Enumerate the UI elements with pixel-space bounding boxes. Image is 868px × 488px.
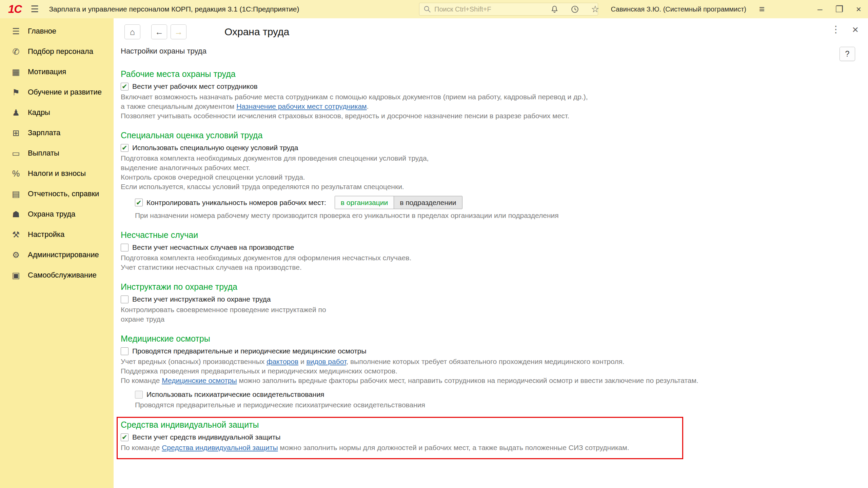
description-text: Учет вредных (опасных) производственных … <box>121 357 854 366</box>
service-menu-icon[interactable]: ≡ <box>757 4 767 14</box>
id-card-icon: ▣ <box>10 270 22 280</box>
workplace-assignment-link[interactable]: Назначение рабочих мест сотрудникам <box>236 102 367 110</box>
checkbox-label: Проводятся предварительные и периодическ… <box>132 347 367 355</box>
history-icon[interactable] <box>570 4 579 14</box>
scope-organization-button[interactable]: в организации <box>335 196 394 209</box>
description-text: Проводятся предварительные и периодическ… <box>135 401 854 409</box>
sidebar-item-label: Мотивация <box>28 67 66 76</box>
sidebar-item-label: Зарплата <box>28 128 60 137</box>
medical-checkbox-row[interactable]: Проводятся предварительные и периодическ… <box>121 347 854 355</box>
forward-button[interactable]: → <box>171 24 186 39</box>
current-user[interactable]: Савинская З.Ю. (Системный программист) <box>611 5 746 13</box>
handset-icon: ✆ <box>10 47 22 57</box>
psychiatric-checkbox-row[interactable]: Использовать психиатрические освидетельс… <box>135 390 854 399</box>
scope-department-button[interactable]: в подразделении <box>394 196 462 209</box>
medical-checkbox[interactable] <box>121 347 129 355</box>
sidebar-item-glavnoe[interactable]: ☰ Главное <box>0 21 114 41</box>
sidebar-item-kadry[interactable]: ♟ Кадры <box>0 102 114 123</box>
navigation-row: ⌂ ← → Охрана труда <box>114 18 868 39</box>
psychiatric-checkbox[interactable] <box>135 391 143 399</box>
sidebar-item-podbor-personala[interactable]: ✆ Подбор персонала <box>0 41 114 62</box>
description-text: Позволяет учитывать особенности исчислен… <box>121 111 854 120</box>
sidebar-item-administrirovanie[interactable]: ⚙ Администрирование <box>0 245 114 265</box>
sout-checkbox[interactable]: ✔ <box>121 144 129 152</box>
workarea: ⋮ × ⌂ ← → Охрана труда Настройки охраны … <box>114 18 868 488</box>
checkbox-label: Вести учет несчастных случаев на произво… <box>132 243 294 251</box>
minimize-icon[interactable]: – <box>817 5 822 14</box>
section-medical: Медицинские осмотры Проводятся предварит… <box>121 334 854 409</box>
settings-content: Рабочие места охраны труда ✔ Вести учет … <box>114 61 868 459</box>
people-icon: ♟ <box>10 108 22 118</box>
home-button[interactable]: ⌂ <box>124 24 140 39</box>
sidebar-item-label: Отчетность, справки <box>28 189 99 198</box>
uniqueness-scope-toggle: в организации в подразделении <box>335 196 462 209</box>
sidebar-item-label: Администрирование <box>28 250 99 259</box>
section-heading: Средства индивидуальной защиты <box>121 420 675 430</box>
more-menu-icon[interactable]: ⋮ <box>831 24 841 35</box>
description-text: Подготовка комплекта необходимых докумен… <box>121 253 854 262</box>
close-icon[interactable]: × <box>856 5 861 14</box>
briefings-checkbox-row[interactable]: Вести учет инструктажей по охране труда <box>121 295 854 303</box>
sidebar-item-label: Подбор персонала <box>28 47 93 56</box>
section-heading: Медицинские осмотры <box>121 334 854 344</box>
checkbox-label: Использовать психиатрические освидетельс… <box>146 390 324 399</box>
favorites-star-icon[interactable]: ☆ <box>590 4 600 14</box>
titlebar-right: ☆ Савинская З.Ю. (Системный программист)… <box>550 0 861 18</box>
sidebar-item-otchetnost[interactable]: ▤ Отчетность, справки <box>0 184 114 204</box>
sout-checkbox-row[interactable]: ✔ Использовать специальную оценку услови… <box>121 144 854 152</box>
description-text: Поддержка проведения предварительных и п… <box>121 367 854 375</box>
sidebar-item-zarplata[interactable]: ⊞ Зарплата <box>0 123 114 143</box>
description-text: а также специальным документом Назначени… <box>121 102 854 111</box>
work-types-link[interactable]: видов работ <box>307 358 347 365</box>
accidents-checkbox[interactable] <box>121 244 129 251</box>
medical-exams-link[interactable]: Медицинские осмотры <box>162 377 237 384</box>
harmful-factors-link[interactable]: факторов <box>267 358 298 365</box>
accidents-checkbox-row[interactable]: Вести учет несчастных случаев на произво… <box>121 243 854 251</box>
search-icon <box>423 5 431 13</box>
section-heading: Несчастные случаи <box>121 230 854 240</box>
description-text: Контролировать своевременное проведение … <box>121 305 854 314</box>
workplaces-checkbox-row[interactable]: ✔ Вести учет рабочих мест сотрудников <box>121 82 854 90</box>
sidebar-item-vyplaty[interactable]: ▭ Выплаты <box>0 143 114 163</box>
sidebar-item-nalogi[interactable]: % Налоги и взносы <box>0 163 114 184</box>
sidebar-item-nastroyka[interactable]: ⚒ Настройка <box>0 224 114 245</box>
sidebar-item-label: Выплаты <box>28 149 59 158</box>
wrench-icon: ⚒ <box>10 230 22 240</box>
sidebar-item-samoobsluzhivanie[interactable]: ▣ Самообслуживание <box>0 265 114 285</box>
sidebar-item-motivacia[interactable]: ▦ Мотивация <box>0 62 114 82</box>
description-text: При назначении номера рабочему месту про… <box>135 211 854 220</box>
check-mark: ✔ <box>122 144 127 151</box>
unique-number-checkbox[interactable]: ✔ <box>135 199 143 206</box>
checkbox-label: Вести учет средств индивидуальной защиты <box>132 433 280 441</box>
banknote-icon: ▭ <box>10 148 22 158</box>
unique-number-checkbox-row[interactable]: ✔ Контролировать уникальность номеров ра… <box>135 196 854 209</box>
briefings-checkbox[interactable] <box>121 296 129 303</box>
notifications-bell-icon[interactable] <box>550 4 559 14</box>
app-title: Зарплата и управление персоналом КОРП, р… <box>49 5 299 13</box>
report-icon: ▤ <box>10 189 22 199</box>
form-window-controls: ⋮ × <box>831 24 859 35</box>
sidebar-item-label: Охрана труда <box>28 210 75 219</box>
siz-link[interactable]: Средства индивидуальной защиты <box>162 444 278 451</box>
sidebar-item-label: Кадры <box>28 108 50 117</box>
check-mark: ✔ <box>122 434 127 441</box>
maximize-icon[interactable]: ❐ <box>835 5 843 14</box>
help-button[interactable]: ? <box>840 47 855 61</box>
siz-checkbox-row[interactable]: ✔ Вести учет средств индивидуальной защи… <box>121 433 675 441</box>
description-text: Если используется, классы условий труда … <box>121 182 854 191</box>
main-menu-icon[interactable]: ☰ <box>31 4 39 15</box>
description-text: Включает возможность назначать рабочие м… <box>121 93 854 101</box>
calculator-icon: ⊞ <box>10 128 22 138</box>
description-text: Подготовка комплекта необходимых докумен… <box>121 154 854 163</box>
subtitle-row: Настройки охраны труда ? <box>114 39 868 61</box>
sidebar-item-obuchenie[interactable]: ⚑ Обучение и развитие <box>0 82 114 102</box>
1c-logo: 1С <box>8 3 22 16</box>
form-close-icon[interactable]: × <box>852 24 859 35</box>
back-button[interactable]: ← <box>151 24 167 39</box>
podium-icon: ▦ <box>10 67 22 77</box>
form-subtitle: Настройки охраны труда <box>121 47 206 56</box>
siz-checkbox[interactable]: ✔ <box>121 433 129 441</box>
section-briefings: Инструктажи по охране труда Вести учет и… <box>121 282 854 324</box>
sidebar-item-ohrana-truda[interactable]: ☗ Охрана труда <box>0 204 114 224</box>
workplaces-checkbox[interactable]: ✔ <box>121 83 129 90</box>
